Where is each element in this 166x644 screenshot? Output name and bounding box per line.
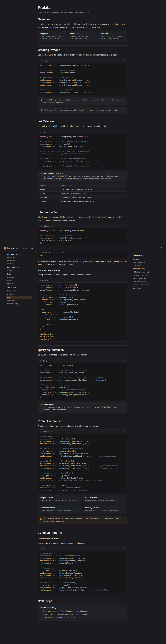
heading-next-steps: Next Steps [38, 596, 127, 603]
copy-icon[interactable] [123, 60, 125, 62]
code-line: })) [38, 254, 127, 256]
info-callout-text: Prefabs are excluded from regular querie… [43, 109, 118, 111]
sidebar-item[interactable]: Component [6, 276, 32, 279]
copy-icon[interactable] [123, 431, 125, 433]
outline-link[interactable]: Overview [131, 258, 159, 261]
code-line: withStore(Position) [38, 338, 127, 340]
code-line: for (const key in params) { [38, 301, 127, 304]
table-row: Instance Entity with an IsA(prefab) rela… [38, 192, 127, 196]
copy-icon[interactable] [123, 280, 125, 281]
code-block-bundles: bundles.ts // Renderable bundleconst Ren… [38, 546, 127, 593]
code-line: } [38, 396, 127, 398]
overview-cards: Templates Define entity archetypes once,… [38, 31, 127, 42]
section-prefab-hierarchies: Prefab Hierarchies Prefabs can inherit f… [38, 417, 127, 524]
inline-code: IsA [114, 23, 118, 25]
inline-code: getComponent() [54, 175, 68, 177]
code-block-querying: querying.ts import { query, IsA } from '… [38, 358, 127, 400]
code-line: addComponent(world, player, IsA(PhysicsP… [38, 589, 127, 591]
sidebar-item[interactable]: Query [6, 279, 32, 282]
code-body: import { observe, onSet, onGet } from 'b… [38, 228, 127, 258]
code-line: addComponent(world, GoblinPrefab, set(Sp… [38, 455, 127, 457]
outline-link[interactable]: Common Patterns [131, 280, 159, 283]
code-line: }) [38, 326, 127, 328]
code-line: value: Health.value[eid] [38, 252, 127, 254]
sidebar-item[interactable]: Installation [6, 259, 32, 262]
copy-icon[interactable] [123, 131, 125, 133]
outline-link[interactable]: Prefab Hierarchies [131, 277, 159, 280]
callout-how-inheritance-works: How Inheritance Works When you call getC… [38, 171, 127, 182]
lightbulb-icon [40, 404, 42, 406]
code-line: // Create a prefab (template entity) [38, 69, 127, 72]
copy-icon[interactable] [123, 225, 125, 227]
sidebar-item[interactable]: Quick Start [6, 262, 32, 265]
code-line: const EnemyPrefab = addPrefab(world) [38, 72, 127, 74]
code-line: const PhysicsPrefab = addPrefab(world) [38, 569, 127, 572]
doc-content: Prefabs Create reusable entity templates… [38, 0, 127, 632]
code-line: component[key][eid] = params[key] [38, 304, 127, 306]
callout-title: Prefab Queries [43, 404, 125, 406]
site-header-left: bitECS 0.4 DocsAPI [4, 247, 33, 250]
doc-link[interactable]: Relationships [43, 613, 53, 615]
inline-code: onGet [67, 178, 72, 180]
sidebar-item[interactable]: Relationships [6, 289, 32, 292]
copy-icon[interactable] [123, 548, 125, 550]
sidebar-item[interactable]: Observers [6, 292, 32, 296]
inline-link[interactable]: Inheritance Setup [89, 99, 102, 101]
feature-card-title: Memory Efficient [85, 507, 125, 509]
outline-link[interactable]: Next Steps [131, 286, 159, 290]
inline-code: IsA [48, 125, 52, 128]
sidebar-item[interactable]: Introduction [6, 256, 32, 259]
continue-learning-card: Continue Learning Observers — Set up onS… [38, 604, 127, 621]
code-line: // Process all enemy instances [38, 384, 127, 386]
callout-content: Prefab Queries Remember that prefabs the… [43, 404, 125, 411]
sidebar-item[interactable]: System [6, 282, 32, 285]
sidebar-group-title: CORE CONCEPTS [6, 267, 32, 268]
inline-code: IsA [66, 216, 70, 218]
table-header-cell: Description [60, 184, 127, 188]
code-line: const EnemyPrefab = addPrefab(world) [38, 438, 127, 440]
outline-link[interactable]: Multiple Components [131, 270, 159, 274]
code-line: observe(world, onSet(component), (eid, p… [38, 298, 127, 301]
code-filename: creating.ts [40, 60, 49, 62]
site-logo[interactable]: bitECS [7, 247, 14, 249]
heading-multiple-components: Multiple Components [38, 269, 127, 272]
info-icon [40, 99, 42, 101]
heading-component-bundles: Component Bundles [38, 537, 127, 540]
code-line [38, 374, 127, 376]
code-line: // ogre inherits: Health=300, Speed=5, D… [38, 489, 127, 492]
github-icon[interactable] [160, 247, 162, 250]
code-line: }) [38, 242, 127, 244]
sidebar-item[interactable]: Multithreading [6, 302, 32, 306]
code-block-header: isa.ts [38, 130, 127, 134]
outline-title: ON THIS PAGE [131, 255, 159, 257]
section-common-patterns: Common Patterns Component Bundles Use pr… [38, 528, 127, 593]
outline-link[interactable]: IsA Relation [131, 264, 159, 267]
outline-items: OverviewCreating PrefabsIsA RelationInhe… [131, 258, 159, 290]
code-line: const Speed = { value: [] as number[] } [38, 286, 127, 289]
table-cell-concept: Override [38, 200, 60, 204]
code-line: // Store data when set() is called [38, 234, 127, 237]
doc-link[interactable]: Serialization [43, 616, 52, 618]
code-line: // Combine bundles on a single entity [38, 582, 127, 584]
isa-intro: The built-in IsA relation establishes in… [38, 125, 127, 128]
outline-link[interactable]: Inheritance Setup [131, 267, 159, 270]
doc-link[interactable]: Observers [43, 610, 51, 612]
version-badge: 0.4 [15, 247, 19, 249]
copy-icon[interactable] [123, 360, 125, 362]
code-line [38, 482, 127, 484]
outline-link[interactable]: Creating Prefabs [131, 261, 159, 264]
code-line: addComponent(world, EnemyPrefab, set(Hea… [38, 79, 127, 81]
outline-link[interactable]: Querying Instances [131, 274, 159, 277]
nav-link[interactable]: Docs [23, 247, 27, 249]
sidebar-item[interactable]: Entity [6, 272, 32, 276]
feature-card-title: Template Reuse [40, 497, 80, 499]
sidebar-item[interactable]: Prefabs [6, 296, 32, 299]
sidebar-group-title: ADVANCED [6, 287, 32, 289]
sidebar-item[interactable]: Serialization [6, 299, 32, 302]
inline-link[interactable]: Observers [43, 102, 51, 104]
nav-link[interactable]: API [30, 247, 33, 249]
outline-link[interactable]: Component Bundles [131, 283, 159, 286]
inline-code: IsA [76, 354, 80, 356]
sidebar-item[interactable]: World [6, 269, 32, 272]
code-line: // Add components with default values [38, 76, 127, 79]
